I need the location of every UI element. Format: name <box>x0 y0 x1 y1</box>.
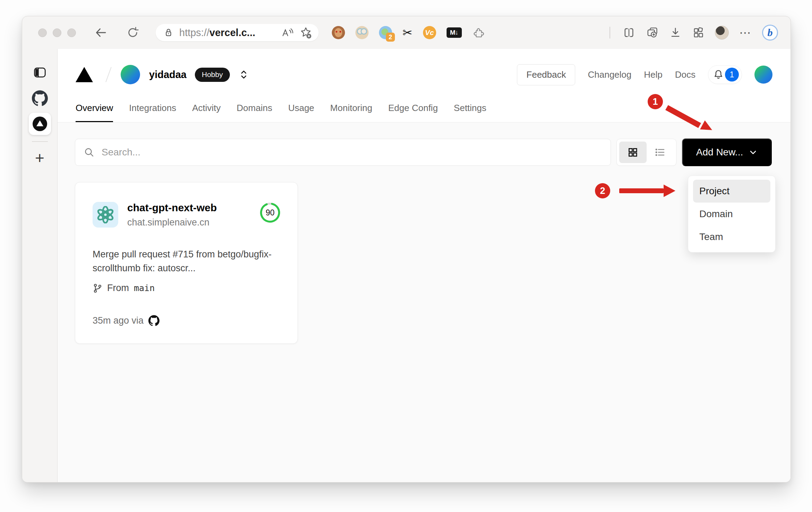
download-icon[interactable] <box>669 26 682 39</box>
github-icon <box>148 315 159 326</box>
team-switcher-icon[interactable] <box>239 68 249 81</box>
back-icon[interactable] <box>94 26 108 40</box>
bing-chat-icon[interactable]: b <box>762 25 778 41</box>
vercel-page: yidadaa Hobby Feedback Changelog Help Do… <box>58 49 791 483</box>
tab-integrations[interactable]: Integrations <box>129 103 176 122</box>
scissors-extension-icon[interactable]: ✂ <box>403 27 413 39</box>
score-value: 90 <box>259 202 281 223</box>
browser-window: https://vercel.c... 2 ✂ Vc M↓ <box>22 16 791 483</box>
sidebar-github-icon[interactable] <box>29 87 51 109</box>
search-input[interactable] <box>102 147 602 158</box>
reload-icon[interactable] <box>126 26 140 40</box>
tab-overview[interactable]: Overview <box>76 103 113 122</box>
sidebar-toggle-icon[interactable] <box>29 61 51 84</box>
docs-link[interactable]: Docs <box>675 69 696 80</box>
add-new-button[interactable]: Add New... <box>682 138 772 166</box>
tab-activity[interactable]: Activity <box>192 103 221 122</box>
chevron-down-icon <box>749 148 758 157</box>
changelog-link[interactable]: Changelog <box>588 69 631 80</box>
screenshot-stage: https://vercel.c... 2 ✂ Vc M↓ <box>0 0 812 512</box>
address-bar[interactable]: https://vercel.c... <box>156 24 319 41</box>
favorites-add-icon[interactable] <box>299 26 312 39</box>
more-menu-icon[interactable]: ⋯ <box>739 26 752 40</box>
zoom-window-button[interactable] <box>67 28 76 37</box>
list-view-icon <box>654 146 666 158</box>
puzzle-extensions-icon[interactable] <box>472 26 485 39</box>
sidebar-divider <box>32 141 48 142</box>
browser-toolbar: https://vercel.c... 2 ✂ Vc M↓ <box>22 16 791 49</box>
vercel-tabs: Overview Integrations Activity Domains U… <box>76 103 486 122</box>
extension-icons: 2 ✂ Vc M↓ <box>332 26 485 39</box>
tab-domains[interactable]: Domains <box>237 103 273 122</box>
translate-extension-icon[interactable]: 2 <box>379 26 392 39</box>
grid-view-icon <box>627 146 639 158</box>
add-new-label: Add New... <box>696 147 743 158</box>
search-field[interactable] <box>75 139 611 166</box>
commit-message[interactable]: Merge pull request #715 from betgo/bugfi… <box>93 247 282 275</box>
branch-name[interactable]: main <box>134 283 155 293</box>
add-new-dropdown: Project Domain Team <box>688 176 776 253</box>
dropdown-item-domain[interactable]: Domain <box>693 203 770 225</box>
split-screen-icon[interactable] <box>623 26 635 39</box>
vercel-body: Add New... <box>58 122 791 483</box>
profile-avatar[interactable] <box>715 26 729 40</box>
feedback-button[interactable]: Feedback <box>517 64 575 85</box>
team-name[interactable]: yidadaa <box>149 69 187 80</box>
edge-sidebar: + <box>22 49 58 483</box>
breadcrumb-slash <box>105 67 112 82</box>
tampermonkey-extension-icon[interactable] <box>332 26 345 39</box>
read-aloud-icon[interactable] <box>281 27 294 39</box>
translate-count-badge: 2 <box>386 33 395 42</box>
tab-usage[interactable]: Usage <box>288 103 314 122</box>
team-avatar[interactable] <box>121 65 140 84</box>
minimize-window-button[interactable] <box>53 28 61 37</box>
toolbar-divider <box>610 27 610 39</box>
plan-badge: Hobby <box>195 68 230 82</box>
url-text: https://vercel.c... <box>179 27 255 39</box>
grandma-extension-icon[interactable] <box>355 26 369 39</box>
view-toggle <box>616 139 676 166</box>
analytics-score[interactable]: 90 <box>259 202 281 223</box>
project-name[interactable]: chat-gpt-next-web <box>127 202 217 214</box>
project-card[interactable]: chat-gpt-next-web chat.simplenaive.cn 90 <box>75 182 298 344</box>
bell-icon <box>712 69 724 80</box>
project-domain[interactable]: chat.simplenaive.cn <box>127 217 217 228</box>
vercel-header: yidadaa Hobby Feedback Changelog Help Do… <box>58 49 791 122</box>
notification-count-badge: 1 <box>725 68 739 82</box>
tab-settings[interactable]: Settings <box>454 103 486 122</box>
vercel-logo[interactable] <box>76 67 93 82</box>
git-branch-icon <box>93 283 102 293</box>
search-icon <box>84 147 95 158</box>
dropdown-item-project[interactable]: Project <box>693 180 770 203</box>
browser-essentials-icon[interactable] <box>692 26 705 39</box>
list-view-button[interactable] <box>647 142 674 163</box>
help-link[interactable]: Help <box>644 69 662 80</box>
close-window-button[interactable] <box>38 28 47 37</box>
browser-right-controls: ⋯ b <box>607 25 778 41</box>
dropdown-item-team[interactable]: Team <box>693 225 770 248</box>
notifications-button[interactable]: 1 <box>708 65 742 84</box>
collections-icon[interactable] <box>646 26 659 39</box>
sidebar-vercel-icon[interactable] <box>29 113 51 135</box>
sidebar-add-icon[interactable]: + <box>29 147 51 169</box>
tab-edge-config[interactable]: Edge Config <box>388 103 438 122</box>
branch-prefix: From <box>107 283 129 293</box>
traffic-lights <box>38 28 76 37</box>
grid-view-button[interactable] <box>619 142 647 163</box>
openai-project-icon <box>93 202 118 228</box>
vc-extension-icon[interactable]: Vc <box>423 26 436 39</box>
lock-icon <box>163 27 174 38</box>
deploy-time: 35m ago via <box>93 315 144 326</box>
user-avatar[interactable] <box>754 66 772 84</box>
markdown-extension-icon[interactable]: M↓ <box>447 27 462 38</box>
tab-monitoring[interactable]: Monitoring <box>330 103 372 122</box>
